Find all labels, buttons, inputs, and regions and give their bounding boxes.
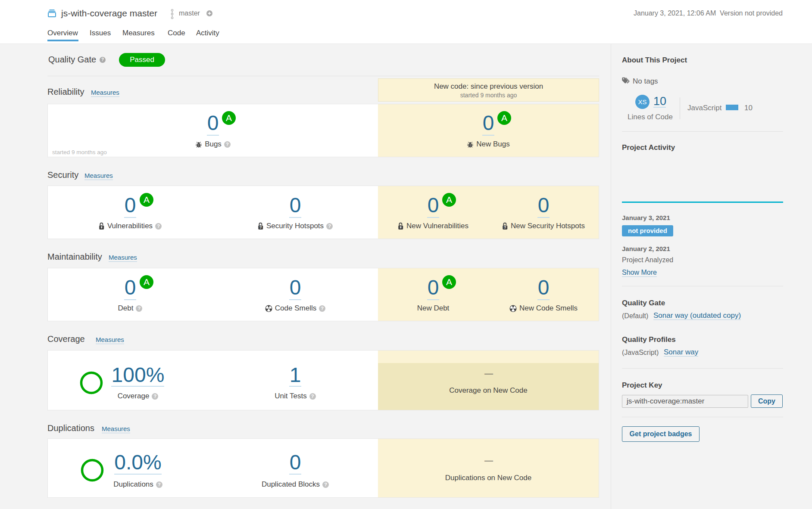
svg-text:?: ? xyxy=(259,225,262,230)
svg-text:?: ? xyxy=(504,225,506,230)
